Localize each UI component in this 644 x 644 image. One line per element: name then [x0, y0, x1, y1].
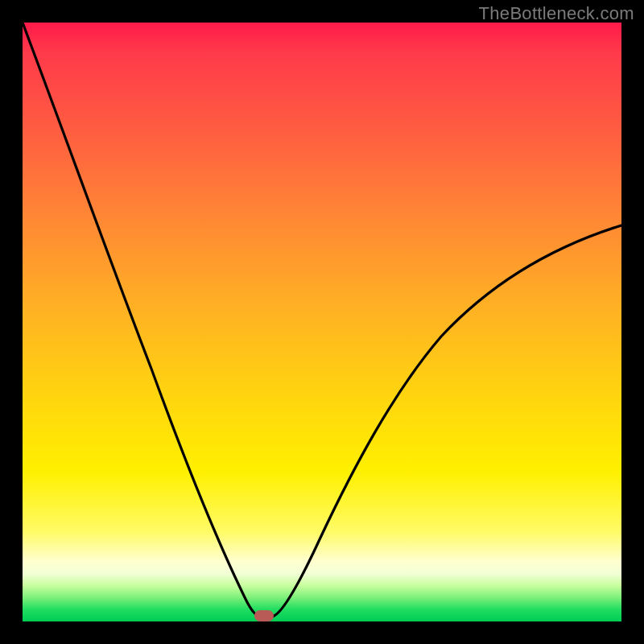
optimal-marker — [254, 610, 274, 621]
plot-area — [23, 23, 621, 621]
chart-frame: TheBottleneck.com — [0, 0, 644, 644]
bottleneck-curve — [23, 23, 621, 621]
watermark-text: TheBottleneck.com — [479, 3, 634, 24]
curve-path — [23, 23, 621, 617]
